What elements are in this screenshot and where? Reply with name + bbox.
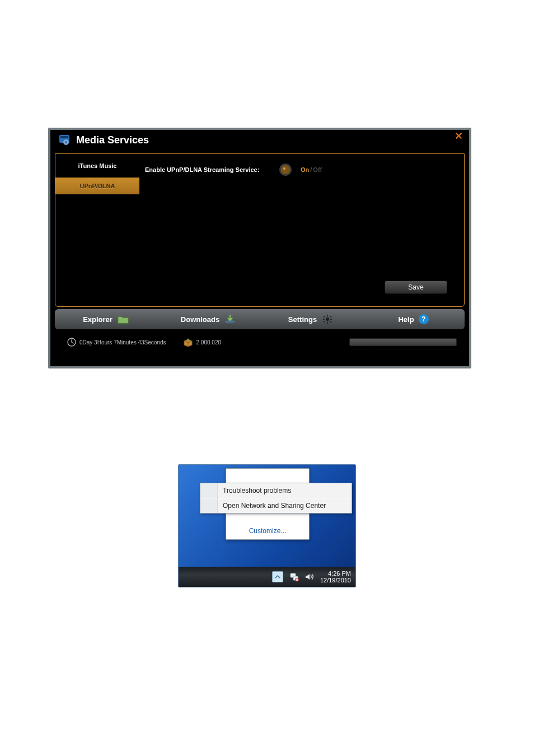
nav-explorer-label: Explorer	[83, 315, 113, 324]
progress-bar	[349, 338, 457, 346]
save-button[interactable]: Save	[385, 281, 447, 294]
svg-rect-7	[327, 322, 328, 324]
app-icon	[58, 133, 72, 149]
bottom-navbar: Explorer Downloads Settings	[55, 309, 465, 329]
page-title: Media Services	[76, 134, 149, 146]
nav-settings-label: Settings	[288, 315, 317, 324]
svg-rect-13	[330, 316, 332, 318]
volume-icon[interactable]	[305, 572, 315, 582]
svg-rect-1	[60, 136, 68, 138]
network-icon[interactable]	[289, 572, 299, 582]
package-icon	[183, 338, 193, 347]
sidebar-item-itunes[interactable]: iTunes Music	[55, 157, 139, 174]
svg-rect-6	[327, 315, 328, 317]
context-menu: Troubleshoot problems Open Network and S…	[200, 483, 352, 514]
sidebar: iTunes Music UPnP/DLNA	[55, 154, 139, 306]
svg-rect-12	[324, 321, 326, 323]
content-area: Enable UPnP/DLNA Streaming Service: On/O…	[145, 160, 458, 301]
svg-rect-11	[330, 321, 332, 323]
nav-help[interactable]: Help ?	[362, 314, 465, 324]
uptime-text: 0Day 3Hours 7Minutes 43Seconds	[79, 339, 166, 346]
toggle-on-label: On	[301, 166, 309, 173]
download-icon	[224, 314, 236, 324]
svg-rect-9	[330, 319, 332, 320]
tray-date: 12/19/2010	[320, 577, 351, 584]
show-hidden-icons-button[interactable]	[272, 571, 283, 582]
nav-explorer[interactable]: Explorer	[55, 314, 157, 324]
upnp-toggle-label: Enable UPnP/DLNA Streaming Service:	[145, 166, 279, 173]
taskbar: 4:26 PM 12/19/2010	[179, 567, 355, 587]
toggle-radio-icon[interactable]	[279, 164, 292, 176]
nav-downloads[interactable]: Downloads	[157, 314, 260, 324]
close-button[interactable]: ✕	[451, 131, 466, 141]
status-bar: 0Day 3Hours 7Minutes 43Seconds 2.000.020	[55, 333, 465, 352]
menu-troubleshoot[interactable]: Troubleshoot problems	[200, 483, 352, 498]
nav-downloads-label: Downloads	[181, 315, 219, 324]
customize-link[interactable]: Customize...	[226, 527, 309, 535]
nav-settings[interactable]: Settings	[260, 314, 362, 324]
version-text: 2.000.020	[196, 339, 222, 346]
titlebar: Media Services ✕	[50, 130, 469, 153]
settings-panel: iTunes Music UPnP/DLNA Enable UPnP/DLNA …	[55, 153, 465, 307]
sidebar-item-upnp[interactable]: UPnP/DLNA	[55, 178, 139, 194]
tray-time: 4:26 PM	[320, 570, 351, 577]
menu-open-network[interactable]: Open Network and Sharing Center	[200, 498, 352, 513]
svg-rect-10	[324, 316, 326, 318]
help-icon: ?	[419, 314, 429, 324]
toggle-off-label: Off	[313, 166, 322, 173]
desktop-screenshot: Customize... Troubleshoot problems Open …	[178, 464, 356, 587]
app-window: Media Services ✕ iTunes Music UPnP/DLNA …	[48, 128, 471, 368]
clock-icon	[67, 338, 76, 347]
gear-icon	[321, 314, 334, 324]
upnp-toggle-row: Enable UPnP/DLNA Streaming Service: On/O…	[145, 160, 458, 180]
tray-clock[interactable]: 4:26 PM 12/19/2010	[320, 570, 351, 584]
svg-point-5	[326, 318, 329, 321]
toggle-value[interactable]: On/Off	[301, 166, 322, 173]
folder-icon	[117, 314, 129, 324]
svg-point-3	[65, 141, 67, 143]
nav-help-label: Help	[398, 315, 414, 324]
svg-rect-8	[323, 319, 325, 320]
